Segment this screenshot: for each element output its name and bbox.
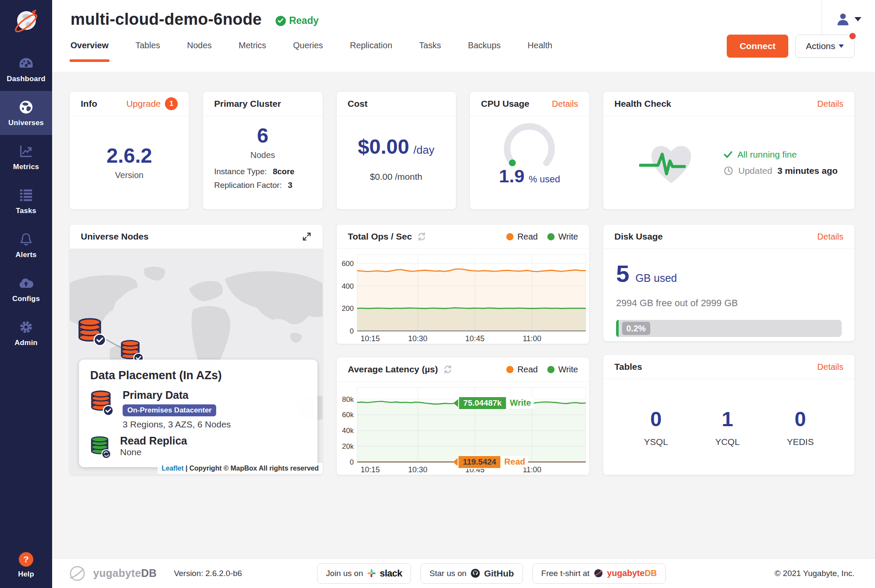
universe-icon: [18, 99, 34, 115]
sidebar-item-admin[interactable]: Admin: [0, 311, 52, 355]
primary-cluster-card: Primary Cluster 6 Nodes Instance Type: 8…: [203, 92, 322, 209]
card-title: Universe Nodes: [81, 231, 149, 242]
svg-text:200: 200: [342, 304, 354, 313]
world-map[interactable]: Data Placement (In AZs): [70, 249, 323, 475]
sidebar-item-label: Alerts: [15, 251, 36, 259]
svg-text:20k: 20k: [342, 442, 354, 451]
footer-brand: yugabyteDB: [93, 567, 157, 579]
footer-version: Version: 2.6.2.0-b6: [174, 569, 242, 578]
svg-text:11:00: 11:00: [523, 334, 541, 343]
count-value: 1: [722, 407, 733, 431]
health-status-text: All running fine: [737, 149, 797, 160]
button-text: Join us on: [326, 569, 363, 578]
card-title: Primary Cluster: [214, 99, 281, 109]
read-replica-detail: None: [120, 447, 187, 457]
legend-label: Read: [517, 232, 538, 242]
metrics-icon: [19, 143, 33, 159]
sidebar-item-alerts[interactable]: Alerts: [0, 223, 52, 267]
chevron-down-icon: [839, 44, 844, 48]
upgrade-link[interactable]: Upgrade 1: [126, 97, 178, 110]
sidebar-item-configs[interactable]: Configs: [0, 267, 52, 311]
nodes-count: 6: [257, 126, 269, 146]
disk-free-text: 2994 GB free out of 2999 GB: [616, 298, 738, 309]
chart-title: Average Latency (µs): [348, 364, 438, 374]
chart-annotation: 119.5424Read: [453, 455, 528, 469]
check-circle-icon: [276, 16, 286, 26]
help-icon: ?: [19, 552, 33, 567]
tab-tables[interactable]: Tables: [135, 29, 160, 62]
sidebar-item-metrics[interactable]: Metrics: [0, 135, 52, 179]
count-value: 0: [650, 407, 662, 431]
ycql-count: 1 YCQL: [715, 407, 740, 447]
slack-button[interactable]: Join us on slack: [317, 563, 411, 584]
sidebar: Dashboard Universes Metrics Tasks Alerts: [0, 0, 52, 588]
tab-backups[interactable]: Backups: [468, 29, 501, 62]
status-text: Ready: [289, 15, 319, 26]
svg-text:0: 0: [350, 327, 354, 335]
row-value: 8core: [273, 167, 294, 176]
card-title: Disk Usage: [614, 231, 663, 242]
tab-metrics[interactable]: Metrics: [239, 29, 266, 62]
tab-health[interactable]: Health: [528, 29, 552, 62]
cost-card: Cost $0.00 /day $0.00 /month: [337, 92, 456, 209]
count-label: YSQL: [644, 437, 668, 447]
map-attribution: Leaflet | Copyright © MapBox All rights …: [158, 463, 323, 474]
sidebar-item-tasks[interactable]: Tasks: [0, 179, 52, 223]
check-icon: [724, 151, 732, 158]
total-ops-card: Total Ops / Sec Read Write 020040060010:…: [337, 225, 589, 344]
tab-replication[interactable]: Replication: [350, 29, 392, 62]
refresh-icon[interactable]: [417, 232, 426, 241]
disk-usage-bar: 0.2%: [616, 320, 842, 337]
chevron-down-icon: [854, 17, 861, 21]
leaflet-link[interactable]: Leaflet: [161, 465, 184, 472]
disk-usage-card: Disk Usage Details 5 GB used 2994 GB fre…: [603, 225, 854, 341]
tasks-icon: [19, 187, 33, 203]
card-title: Health Check: [614, 99, 671, 109]
actions-button[interactable]: Actions: [795, 35, 854, 58]
nodes-label: Nodes: [250, 150, 275, 160]
sidebar-item-label: Help: [18, 570, 34, 579]
count-value: 0: [795, 407, 806, 431]
sidebar-item-dashboard[interactable]: Dashboard: [0, 47, 52, 91]
tab-nodes[interactable]: Nodes: [187, 29, 212, 62]
tables-details-link[interactable]: Details: [817, 362, 843, 372]
instance-type-row: Instance Type: 8core: [214, 167, 311, 176]
tab-overview[interactable]: Overview: [70, 29, 109, 62]
upgrade-count-badge: 1: [165, 97, 178, 110]
sidebar-item-help[interactable]: ? Help: [0, 544, 52, 588]
cpu-unit: % used: [529, 174, 560, 185]
status-badge: Ready: [276, 15, 319, 26]
tshirt-button[interactable]: Free t-shirt at yugabyteDB: [532, 563, 666, 584]
yugabyte-logo[interactable]: [0, 0, 52, 47]
brand-text: yugabyte: [93, 567, 141, 579]
svg-text:10:30: 10:30: [408, 465, 427, 474]
universe-nodes-card: Universe Nodes: [70, 225, 323, 475]
disk-details-link[interactable]: Details: [817, 232, 843, 242]
svg-text:80k: 80k: [342, 395, 354, 404]
github-icon: [470, 568, 480, 578]
svg-text:600: 600: [342, 260, 354, 268]
expand-icon[interactable]: [302, 232, 311, 241]
button-text: Star us on: [429, 569, 467, 578]
data-placement-title: Data Placement (In AZs): [90, 369, 306, 382]
yugabyte-label: yugabyteDB: [607, 568, 657, 578]
tab-queries[interactable]: Queries: [293, 29, 323, 62]
alerts-icon: [19, 231, 33, 247]
connect-button[interactable]: Connect: [727, 35, 788, 58]
svg-text:10:15: 10:15: [361, 334, 380, 343]
sidebar-item-universes[interactable]: Universes: [0, 91, 52, 135]
tab-tasks[interactable]: Tasks: [419, 29, 441, 62]
primary-db-icon: [90, 389, 113, 416]
attribution-text: | Copyright © MapBox All rights reserved: [185, 465, 319, 472]
sidebar-item-label: Tasks: [16, 207, 36, 215]
github-button[interactable]: Star us on GitHub: [420, 563, 523, 584]
write-legend-dot: [547, 366, 555, 373]
avg-latency-chart: 020k40k60k80k10:1510:3010:4511:0075.0448…: [337, 382, 589, 475]
notification-dot: [848, 32, 857, 41]
refresh-icon[interactable]: [443, 365, 452, 374]
cost-per-month: $0.00 /month: [370, 172, 423, 182]
yedis-count: 0 YEDIS: [787, 407, 814, 447]
row-label: Replication Factor:: [214, 181, 282, 190]
cpu-details-link[interactable]: Details: [552, 99, 578, 109]
health-details-link[interactable]: Details: [817, 99, 843, 109]
